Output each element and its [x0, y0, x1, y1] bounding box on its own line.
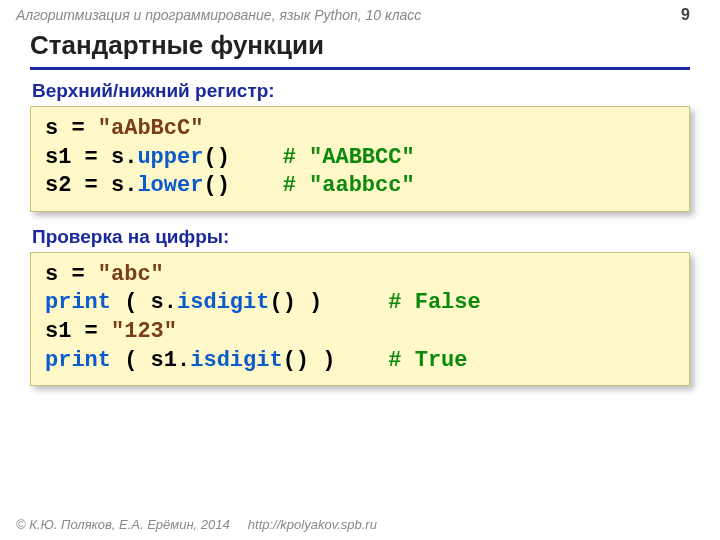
- code-dot: .: [124, 173, 137, 198]
- footer-url: http://kpolyakov.spb.ru: [248, 517, 377, 532]
- code-var: s2: [45, 173, 71, 198]
- copyright-text: © К.Ю. Поляков, Е.А. Ерёмин, 2014: [16, 517, 230, 532]
- code-var: s: [45, 262, 58, 287]
- code-paren: (): [203, 173, 229, 198]
- code-line: s = "abc": [45, 261, 675, 290]
- code-op: =: [71, 116, 84, 141]
- code-line: s2 = s.lower() # "aabbcc": [45, 172, 675, 201]
- code-string: "aAbBcC": [98, 116, 204, 141]
- code-keyword: print: [45, 348, 111, 373]
- code-var: s: [111, 145, 124, 170]
- code-string: "123": [111, 319, 177, 344]
- section-label-case: Верхний/нижний регистр:: [32, 80, 690, 102]
- code-method: lower: [137, 173, 203, 198]
- course-title: Алгоритмизация и программирование, язык …: [16, 7, 421, 23]
- code-paren: (): [269, 290, 295, 315]
- code-dot: .: [124, 145, 137, 170]
- code-dot: .: [177, 348, 190, 373]
- section-label-digits: Проверка на цифры:: [32, 226, 690, 248]
- code-var: s1: [45, 319, 71, 344]
- code-comment: # False: [388, 290, 480, 315]
- code-var: s: [111, 173, 124, 198]
- slide-footer: © К.Ю. Поляков, Е.А. Ерёмин, 2014 http:/…: [0, 517, 720, 540]
- code-op: =: [85, 173, 98, 198]
- code-comment: # True: [388, 348, 467, 373]
- code-paren: (): [283, 348, 309, 373]
- code-block-digits: s = "abc" print ( s.isdigit() ) # False …: [30, 252, 690, 386]
- code-string: "abc": [98, 262, 164, 287]
- code-dot: .: [164, 290, 177, 315]
- code-text: ( s: [124, 290, 164, 315]
- code-text: ): [309, 348, 335, 373]
- code-line: s1 = s.upper() # "AABBCC": [45, 144, 675, 173]
- code-var: s1: [45, 145, 71, 170]
- code-block-case: s = "aAbBcC" s1 = s.upper() # "AABBCC" s…: [30, 106, 690, 212]
- code-method: isdigit: [177, 290, 269, 315]
- code-text: ( s1: [124, 348, 177, 373]
- code-keyword: print: [45, 290, 111, 315]
- code-paren: (): [203, 145, 229, 170]
- code-var: s: [45, 116, 58, 141]
- code-line: print ( s1.isdigit() ) # True: [45, 347, 675, 376]
- code-op: =: [85, 145, 98, 170]
- code-text: ): [296, 290, 322, 315]
- code-method: upper: [137, 145, 203, 170]
- code-line: s = "aAbBcC": [45, 115, 675, 144]
- code-op: =: [85, 319, 98, 344]
- slide-header: Алгоритмизация и программирование, язык …: [0, 0, 720, 26]
- code-line: print ( s.isdigit() ) # False: [45, 289, 675, 318]
- page-number: 9: [681, 6, 690, 24]
- code-comment: # "aabbcc": [283, 173, 415, 198]
- code-op: =: [71, 262, 84, 287]
- code-method: isdigit: [190, 348, 282, 373]
- code-comment: # "AABBCC": [283, 145, 415, 170]
- page-title: Стандартные функции: [30, 26, 690, 70]
- code-line: s1 = "123": [45, 318, 675, 347]
